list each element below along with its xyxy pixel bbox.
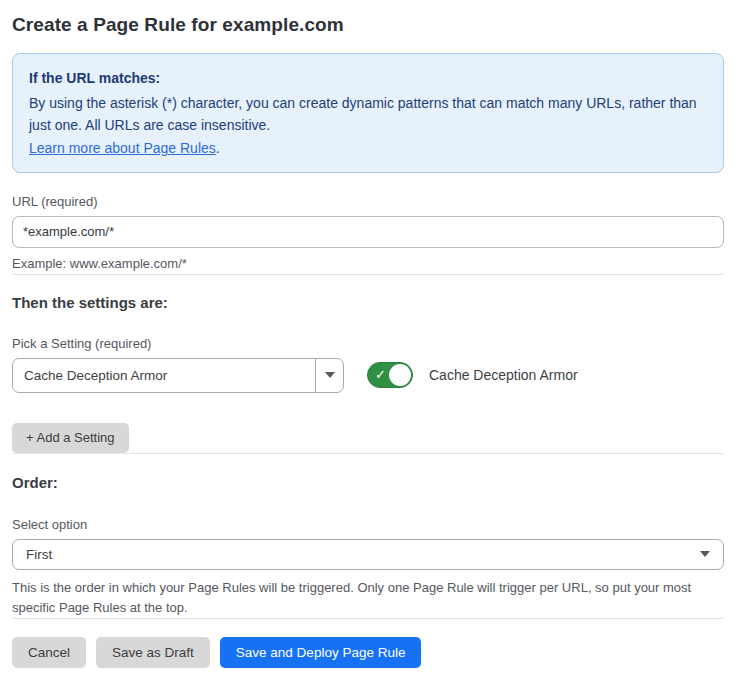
setting-dropdown-arrow-button[interactable] <box>315 359 343 392</box>
add-setting-button[interactable]: + Add a Setting <box>12 423 129 453</box>
select-option-label: Select option <box>12 517 724 532</box>
pick-setting-label: Pick a Setting (required) <box>12 336 724 351</box>
cache-deception-armor-toggle[interactable]: ✓ <box>367 362 413 388</box>
chevron-down-icon <box>700 551 710 557</box>
setting-row: Cache Deception Armor ✓ Cache Deception … <box>12 358 724 393</box>
divider <box>12 453 724 454</box>
check-icon: ✓ <box>375 369 386 382</box>
order-select-value: First <box>26 547 52 562</box>
divider <box>12 618 724 619</box>
info-box-heading: If the URL matches: <box>29 67 707 90</box>
info-box-body: By using the asterisk (*) character, you… <box>29 92 707 137</box>
footer-actions: Cancel Save as Draft Save and Deploy Pag… <box>12 637 724 668</box>
url-field-block: URL (required) Example: www.example.com/… <box>12 194 724 274</box>
divider <box>12 274 724 275</box>
order-helper-text: This is the order in which your Page Rul… <box>12 578 712 618</box>
setting-dropdown[interactable]: Cache Deception Armor <box>12 358 344 393</box>
url-example-helper: Example: www.example.com/* <box>12 254 724 274</box>
chevron-down-icon <box>325 372 335 378</box>
page-title: Create a Page Rule for example.com <box>12 14 724 36</box>
settings-section-heading: Then the settings are: <box>12 294 724 311</box>
link-suffix: . <box>216 140 220 156</box>
info-box-link-line: Learn more about Page Rules. <box>29 137 707 160</box>
url-field-label: URL (required) <box>12 194 724 209</box>
learn-more-link[interactable]: Learn more about Page Rules <box>29 140 216 156</box>
toggle-knob <box>389 364 411 386</box>
order-section-heading: Order: <box>12 474 724 491</box>
toggle-label: Cache Deception Armor <box>429 367 578 383</box>
save-as-draft-button[interactable]: Save as Draft <box>96 637 210 668</box>
cancel-button[interactable]: Cancel <box>12 637 86 668</box>
url-match-info-box: If the URL matches: By using the asteris… <box>12 53 724 173</box>
setting-dropdown-value: Cache Deception Armor <box>13 359 315 392</box>
order-select[interactable]: First <box>12 539 724 570</box>
save-and-deploy-button[interactable]: Save and Deploy Page Rule <box>220 637 422 668</box>
url-input[interactable] <box>12 216 724 248</box>
